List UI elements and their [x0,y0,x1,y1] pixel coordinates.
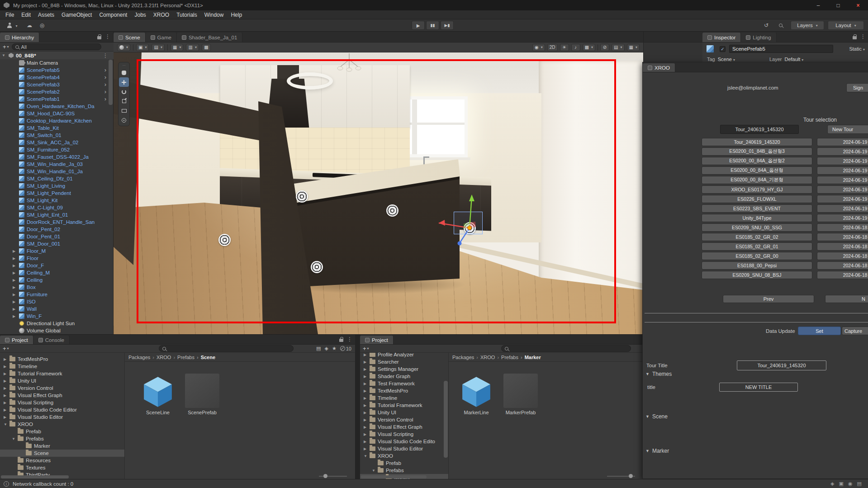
tab-xroo[interactable]: XROO [643,63,675,72]
hierarchy-item[interactable]: SM_Light_Living [0,182,114,190]
scene-view-tab[interactable]: Shader_Base_Ja_01 [177,33,242,42]
asset-item[interactable]: MarkerLine [458,374,494,415]
step-button[interactable]: ▶▮ [441,21,454,30]
cache-status-icon[interactable]: ◈ [830,481,834,487]
services-button[interactable]: ◎ [36,21,48,30]
folder-row[interactable]: XROO [360,452,448,460]
hierarchy-item[interactable]: SM_C-Light_09 [0,204,114,211]
minimize-button[interactable]: – [808,0,828,10]
tour-name-button[interactable]: ES0185_02_GR_00 [702,252,812,260]
folder-row[interactable]: Prefab [360,460,448,467]
folder-row[interactable]: Marker [0,442,124,450]
folder-row[interactable]: Prefabs [0,435,124,442]
collab-status-icon[interactable]: ▣ [839,481,844,487]
hierarchy-item[interactable]: Win_F [0,313,114,320]
hierarchy-item[interactable]: SM_Fauset_DSS-4022_Ja [0,153,114,161]
hidden-count-toggle[interactable]: 10 [340,346,351,351]
tour-date-button[interactable]: 2024-06-19 [817,185,868,194]
breadcrumb-item[interactable]: Prefabs [495,355,518,360]
hierarchy-item[interactable]: Box [0,284,114,291]
expand-arrow-icon[interactable] [364,454,370,458]
maximize-button[interactable]: □ [828,0,848,10]
tour-date-button[interactable]: 2024-06-19 [817,147,868,156]
layer-dropdown[interactable]: Default [785,57,804,62]
breadcrumb-item[interactable]: Scene [194,355,215,360]
project-tab[interactable]: Project [360,336,394,344]
expand-arrow-icon[interactable] [13,314,19,318]
camera-settings-dropdown[interactable]: ▤ [612,44,624,51]
tour-name-button[interactable]: ES0200_00_84A_기본형 [702,176,812,184]
folder-row[interactable]: Profile Analyzer [360,353,448,358]
hierarchy-item[interactable]: SM_Door_001 [0,240,114,247]
cloud-button[interactable]: ☁ [24,21,35,30]
lock-icon[interactable] [339,339,343,342]
hierarchy-item[interactable]: Furniture [0,291,114,298]
breadcrumb-item[interactable]: XROO [150,355,171,360]
layout-dropdown[interactable]: Layout [828,21,864,30]
tour-name-field[interactable]: Tour_240619_145320 [720,125,799,134]
hierarchy-item[interactable]: Main Camera [0,59,114,66]
account-button[interactable] [3,21,22,30]
panel-menu-icon[interactable]: ⋮ [860,34,866,39]
inspector-tab[interactable]: Inspector [702,33,741,42]
hierarchy-item[interactable]: Ceiling [0,276,114,284]
2d-toggle[interactable]: 2D [547,44,558,51]
expand-arrow-icon[interactable] [4,422,9,426]
folder-row[interactable]: Unity UI [360,409,448,416]
menu-item[interactable]: Component [95,10,131,19]
tour-name-button[interactable]: ES0200_00_84A_옵션형 [702,166,812,175]
tour-date-button[interactable]: 2024-06-19 [817,176,868,184]
tour-name-button[interactable]: ES0209_SNU_00_SSG [702,223,812,232]
hierarchy-item[interactable]: Directional Light Sun [0,320,114,327]
hierarchy-item[interactable]: SM_Furniture_052 [0,146,114,153]
folder-row[interactable]: Unity UI [0,377,124,384]
menu-item[interactable]: XROO [150,10,173,19]
thumbnail-size-slider[interactable] [319,476,347,477]
menu-item[interactable]: GameObject [58,10,95,19]
folder-row[interactable]: Visual Studio Code Editor [0,406,124,413]
expand-arrow-icon[interactable] [4,386,9,390]
hierarchy-scrollbar[interactable] [109,60,113,105]
capture-button[interactable]: Capture [842,327,868,335]
hidden-objects-toggle[interactable]: ⊘ [600,44,609,51]
slider-thumb[interactable] [629,474,633,478]
debug-dropdown[interactable]: ▣ [136,44,149,51]
title-field[interactable]: NEW TITLE [719,383,798,392]
hierarchy-item[interactable]: Ceiling_M [0,269,114,276]
asset-item[interactable]: SceneLine [140,374,176,415]
folder-row[interactable]: TextMeshPro [360,387,448,394]
expand-arrow-icon[interactable] [13,278,19,282]
marker-foldout[interactable]: Marker [645,448,669,454]
expand-arrow-icon[interactable] [4,365,9,369]
expand-arrow-icon[interactable] [364,411,370,415]
scene-visibility-dropdown[interactable]: ▤ [152,44,164,51]
folder-row[interactable]: Visual Effect Graph [0,392,124,399]
scale-tool-button[interactable] [119,96,129,106]
tour-date-button[interactable]: 2024-06-18 [817,223,868,232]
hierarchy-item[interactable]: Door_Pent_01 [0,233,114,240]
expand-arrow-icon[interactable] [364,353,370,357]
hierarchy-item[interactable]: SM_Switch_01 [0,132,114,139]
snap-settings-dropdown[interactable]: ▥ [186,44,199,51]
expand-arrow-icon[interactable] [364,382,370,386]
tour-name-button[interactable]: ES0223_SBS_EVENT [702,204,812,213]
tour-date-button[interactable]: 2024-06-19 [817,214,868,222]
expand-arrow-icon[interactable] [4,415,9,419]
move-tool-button[interactable] [119,77,129,87]
menu-item[interactable]: File [2,10,18,19]
menu-item[interactable]: Assets [34,10,58,19]
folder-row[interactable]: TextMeshPro [0,355,124,363]
themes-foldout[interactable]: Themes [645,371,672,377]
play-button[interactable]: ▶ [412,21,425,30]
expand-arrow-icon[interactable] [13,256,19,261]
expand-arrow-icon[interactable] [372,469,378,473]
dock-splitter[interactable] [355,335,360,479]
asset-item[interactable]: ScenePrefab [184,374,220,415]
info-icon[interactable] [4,481,9,487]
project-tab[interactable]: Console [33,336,70,344]
lighting-toggle[interactable]: ☀ [560,44,569,51]
tour-date-button[interactable]: 2024-06-19 [817,204,868,213]
static-dropdown[interactable]: Static [849,46,865,52]
hierarchy-item[interactable]: Wall [0,305,114,313]
hierarchy-item[interactable]: Cooktop_Hardware_Kitchen [0,117,114,124]
